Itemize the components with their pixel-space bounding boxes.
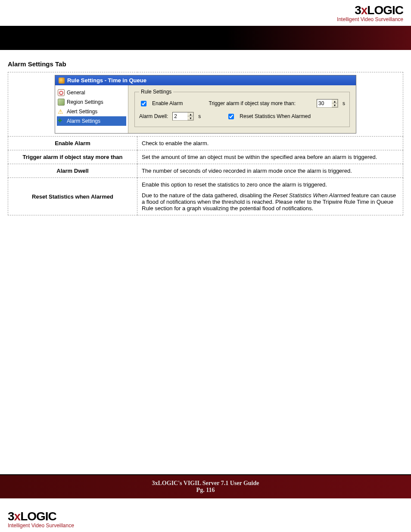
rule-settings-legend: Rule Settings xyxy=(139,89,173,95)
row-desc: Enable this option to reset the statisti… xyxy=(137,178,403,215)
brand-wordmark: 3xLOGIC xyxy=(337,3,403,17)
row-desc: Set the amount of time an object must be… xyxy=(137,150,403,164)
region-icon xyxy=(58,99,65,106)
tree-item-alarm[interactable]: Alarm Settings xyxy=(57,116,126,126)
reset-stats-checkbox[interactable] xyxy=(228,114,234,119)
brand-logo-top: 3xLOGIC Intelligent Video Surveillance xyxy=(337,3,403,22)
brand-logo-bottom: 3xLOGIC Intelligent Video Surveillance xyxy=(8,510,74,529)
reset-stats-label: Reset Statistics When Alarmed xyxy=(240,113,311,119)
row-label: Alarm Dwell xyxy=(8,164,137,178)
footer-bar: 3xLOGIC's VIGIL Server 7.1 User Guide Pg… xyxy=(0,475,411,498)
dialog-nav-tree: General Region Settings Alert Settings xyxy=(55,85,128,133)
brand-tagline: Intelligent Video Surveillance xyxy=(8,523,74,529)
alarm-icon xyxy=(58,118,65,124)
rule-settings-group: Rule Settings Enable Alarm Trigger alarm… xyxy=(134,89,350,127)
home-icon xyxy=(58,89,65,96)
table-row: Reset Statistics when Alarmed Enable thi… xyxy=(8,178,403,215)
trigger-threshold-spinner[interactable]: ▲ ▼ xyxy=(317,99,338,108)
row-label: Enable Alarm xyxy=(8,137,137,150)
enable-alarm-label: Enable Alarm xyxy=(152,100,183,106)
tree-item-alert[interactable]: Alert Settings xyxy=(57,107,126,116)
spinner-down-button[interactable]: ▼ xyxy=(332,103,338,107)
settings-table: Rule Settings - Time in Queue General xyxy=(8,72,403,215)
footer-title: 3xLOGIC's VIGIL Server 7.1 User Guide xyxy=(152,480,259,487)
trigger-unit: s xyxy=(342,100,345,106)
alarm-dwell-input[interactable] xyxy=(173,112,187,120)
tree-item-general[interactable]: General xyxy=(57,88,126,97)
trigger-threshold-input[interactable] xyxy=(317,100,332,107)
brand-tagline: Intelligent Video Surveillance xyxy=(337,16,403,22)
footer-page: Pg. 116 xyxy=(196,487,215,494)
dialog-window: Rule Settings - Time in Queue General xyxy=(55,75,356,134)
dialog-icon xyxy=(59,78,65,84)
alert-icon xyxy=(58,108,65,115)
spinner-up-button[interactable]: ▲ xyxy=(332,100,338,103)
table-row: Trigger alarm if object stay more than S… xyxy=(8,150,403,164)
spinner-up-button[interactable]: ▲ xyxy=(187,112,193,116)
brand-wordmark: 3xLOGIC xyxy=(8,510,74,523)
section-title: Alarm Settings Tab xyxy=(8,60,403,68)
spinner-down-button[interactable]: ▼ xyxy=(187,116,193,120)
alarm-dwell-spinner[interactable]: ▲ ▼ xyxy=(172,112,194,121)
alarm-dwell-label: Alarm Dwell: xyxy=(139,113,168,119)
trigger-threshold-label: Trigger alarm if object stay more than: xyxy=(209,100,312,106)
enable-alarm-checkbox[interactable] xyxy=(141,101,146,106)
row-label: Trigger alarm if object stay more than xyxy=(8,150,137,164)
row-label: Reset Statistics when Alarmed xyxy=(8,178,137,215)
tree-item-region[interactable]: Region Settings xyxy=(57,97,126,107)
dwell-unit: s xyxy=(198,113,201,119)
row-desc: The number of seconds of video recorded … xyxy=(137,164,403,178)
table-row: Alarm Dwell The number of seconds of vid… xyxy=(8,164,403,178)
dialog-title-text: Rule Settings - Time in Queue xyxy=(67,77,146,84)
header-bar xyxy=(0,26,411,50)
dialog-titlebar: Rule Settings - Time in Queue xyxy=(55,75,356,85)
row-desc: Check to enable the alarm. xyxy=(137,137,403,150)
table-row: Enable Alarm Check to enable the alarm. xyxy=(8,137,403,150)
